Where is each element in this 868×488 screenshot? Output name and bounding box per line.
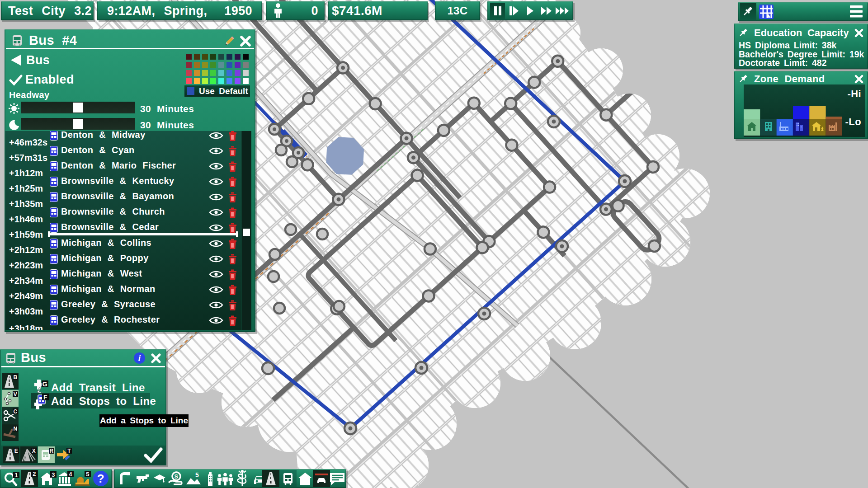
svg-text:4: 4 xyxy=(69,471,72,478)
svg-text:N: N xyxy=(13,426,17,432)
svg-text:1: 1 xyxy=(14,472,18,479)
svg-text:5: 5 xyxy=(195,472,199,479)
svg-text:G: G xyxy=(42,380,47,388)
svg-text:2: 2 xyxy=(33,470,36,477)
svg-text:F: F xyxy=(43,394,47,401)
svg-text:T: T xyxy=(67,448,71,454)
svg-text:R: R xyxy=(49,448,53,454)
svg-text:X: X xyxy=(32,448,36,454)
svg-text:C: C xyxy=(13,408,17,415)
svg-text:3: 3 xyxy=(52,471,55,478)
svg-text:5: 5 xyxy=(86,471,90,478)
svg-text:E: E xyxy=(14,448,18,454)
svg-text:B: B xyxy=(13,374,17,380)
svg-text:V: V xyxy=(14,391,17,398)
svg-text:S: S xyxy=(174,473,178,480)
